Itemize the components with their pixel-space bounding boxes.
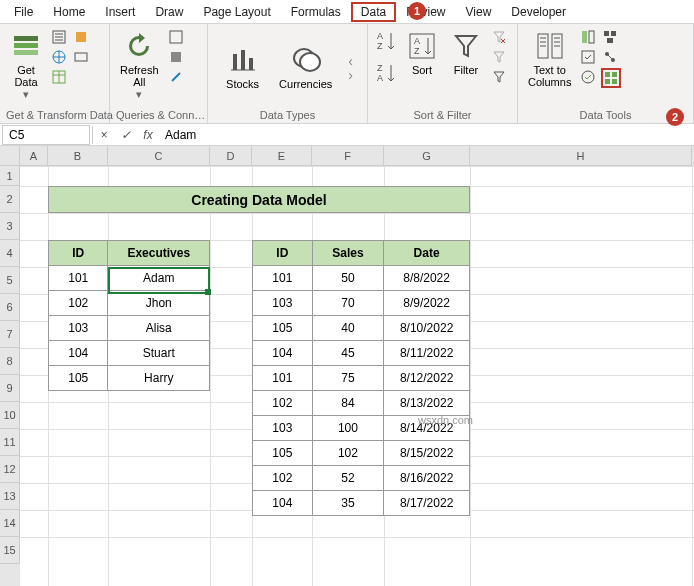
- advanced-icon[interactable]: [490, 68, 508, 86]
- cancel-formula-icon[interactable]: ×: [93, 125, 115, 145]
- table-cell: 8/15/2022: [384, 441, 470, 466]
- col-header-A[interactable]: A: [20, 146, 48, 166]
- tab-insert[interactable]: Insert: [95, 2, 145, 22]
- text-to-columns-button[interactable]: Text to Columns: [524, 28, 575, 90]
- from-table-icon[interactable]: [50, 68, 68, 86]
- table-cell: Alisa: [108, 316, 210, 341]
- row-header-3[interactable]: 3: [0, 213, 20, 240]
- row-header-8[interactable]: 8: [0, 348, 20, 375]
- col-header-F[interactable]: F: [312, 146, 384, 166]
- svg-text:A: A: [377, 73, 383, 83]
- recent-sources-icon[interactable]: [72, 28, 90, 46]
- row-header-14[interactable]: 14: [0, 510, 20, 537]
- queries-icon[interactable]: [167, 28, 185, 46]
- tab-view[interactable]: View: [456, 2, 502, 22]
- tab-developer[interactable]: Developer: [501, 2, 576, 22]
- table-cell: 100: [312, 416, 384, 441]
- watermark: wsxdn.com: [418, 414, 473, 426]
- col-header-D[interactable]: D: [210, 146, 252, 166]
- consolidate-icon[interactable]: [601, 28, 619, 46]
- table-cell: Stuart: [108, 341, 210, 366]
- svg-rect-33: [605, 72, 610, 77]
- col-header-E[interactable]: E: [252, 146, 312, 166]
- worksheet-cells[interactable]: Creating Data Model IDExecutives101Adam1…: [20, 166, 694, 586]
- table-cell: 75: [312, 366, 384, 391]
- tab-file[interactable]: File: [4, 2, 43, 22]
- row-header-6[interactable]: 6: [0, 294, 20, 321]
- formula-input[interactable]: [159, 125, 694, 145]
- svg-text:A: A: [414, 36, 420, 46]
- name-box[interactable]: [2, 125, 90, 145]
- table-row: 102Jhon: [49, 291, 210, 316]
- svg-rect-35: [605, 79, 610, 84]
- table-row: 102528/16/2022: [253, 466, 470, 491]
- row-header-10[interactable]: 10: [0, 402, 20, 429]
- table-row: 1051028/15/2022: [253, 441, 470, 466]
- svg-rect-8: [170, 31, 182, 43]
- tab-page-layout[interactable]: Page Layout: [193, 2, 280, 22]
- table-cell: 8/12/2022: [384, 366, 470, 391]
- table-cell: 105: [253, 441, 313, 466]
- select-all-corner[interactable]: [0, 146, 20, 166]
- svg-rect-2: [14, 50, 38, 55]
- flash-fill-icon[interactable]: [579, 28, 597, 46]
- col-header-C[interactable]: C: [108, 146, 210, 166]
- row-header-12[interactable]: 12: [0, 456, 20, 483]
- table-cell: 52: [312, 466, 384, 491]
- table-sales: IDSalesDate101508/8/2022103708/9/2022105…: [252, 240, 470, 516]
- table-cell: 102: [253, 391, 313, 416]
- group-label: Data Types: [214, 107, 361, 121]
- sort-button[interactable]: AZ Sort: [402, 28, 442, 78]
- row-header-5[interactable]: 5: [0, 267, 20, 294]
- row-header-7[interactable]: 7: [0, 321, 20, 348]
- row-headers: 123456789101112131415: [0, 166, 20, 586]
- from-web-icon[interactable]: [50, 48, 68, 66]
- table-cell: 104: [253, 491, 313, 516]
- table-cell: 104: [253, 341, 313, 366]
- row-header-2[interactable]: 2: [0, 186, 20, 213]
- row-header-11[interactable]: 11: [0, 429, 20, 456]
- row-header-4[interactable]: 4: [0, 240, 20, 267]
- relationships-icon[interactable]: [601, 48, 619, 66]
- col-header-B[interactable]: B: [48, 146, 108, 166]
- manage-data-model-button[interactable]: [601, 68, 621, 88]
- existing-connections-icon[interactable]: [72, 48, 90, 66]
- remove-duplicates-icon[interactable]: [579, 48, 597, 66]
- table-row: 101Adam: [49, 266, 210, 291]
- table-cell: 102: [312, 441, 384, 466]
- from-text-csv-icon[interactable]: [50, 28, 68, 46]
- row-header-13[interactable]: 13: [0, 483, 20, 510]
- reapply-icon[interactable]: [490, 48, 508, 66]
- refresh-all-button[interactable]: Refresh All▾: [116, 28, 163, 102]
- table-row: 105Harry: [49, 366, 210, 391]
- stocks-button[interactable]: Stocks: [222, 42, 263, 92]
- row-header-1[interactable]: 1: [0, 166, 20, 186]
- group-label: Queries & Conn…: [116, 107, 201, 121]
- tab-data[interactable]: Data: [351, 2, 396, 22]
- data-validation-icon[interactable]: [579, 68, 597, 86]
- group-label: Data Tools: [524, 107, 687, 121]
- fx-icon[interactable]: fx: [137, 125, 159, 145]
- col-header-H[interactable]: H: [470, 146, 692, 166]
- edit-links-icon[interactable]: [167, 68, 185, 86]
- properties-icon[interactable]: [167, 48, 185, 66]
- row-header-9[interactable]: 9: [0, 375, 20, 402]
- tab-home[interactable]: Home: [43, 2, 95, 22]
- tab-formulas[interactable]: Formulas: [281, 2, 351, 22]
- svg-rect-12: [249, 58, 253, 70]
- table-cell: 8/13/2022: [384, 391, 470, 416]
- currencies-button[interactable]: Currencies: [275, 42, 336, 92]
- tab-draw[interactable]: Draw: [145, 2, 193, 22]
- table-cell: 84: [312, 391, 384, 416]
- get-data-button[interactable]: Get Data▾: [6, 28, 46, 102]
- svg-text:Z: Z: [414, 46, 420, 56]
- col-header-G[interactable]: G: [384, 146, 470, 166]
- row-header-15[interactable]: 15: [0, 537, 20, 564]
- filter-button[interactable]: Filter: [446, 28, 486, 78]
- sort-za-icon[interactable]: ZA: [374, 60, 398, 88]
- clear-filter-icon[interactable]: [490, 28, 508, 46]
- sort-az-icon[interactable]: AZ: [374, 28, 398, 56]
- enter-formula-icon[interactable]: ✓: [115, 125, 137, 145]
- ribbon: Get Data▾ Get & Transform Data Refresh A…: [0, 24, 694, 124]
- table-cell: 105: [49, 366, 108, 391]
